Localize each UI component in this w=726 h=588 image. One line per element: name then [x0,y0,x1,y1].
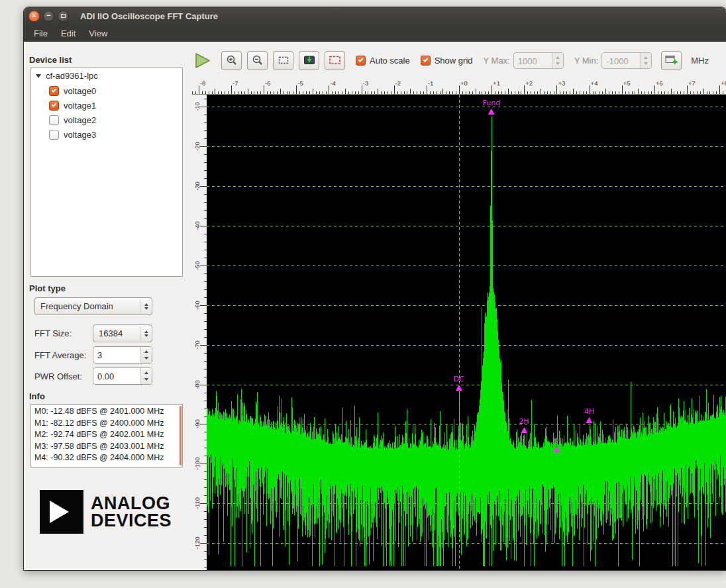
y-min-value: -1000 [602,53,640,68]
channel-row-voltage2[interactable]: voltage2 [31,113,182,127]
marker-info-line: M4: -90.32 dBFS @ 2404.000 MHz [34,452,177,464]
plot-area[interactable]: FundDC2H3H4H [207,95,726,570]
fft-canvas[interactable] [207,95,726,570]
channel-label: voltage1 [64,101,96,111]
capture-play-button[interactable] [193,52,211,70]
marker-info-line: M2: -92.74 dBFS @ 2402.001 MHz [34,429,177,441]
adi-logo-line1: ANALOG [91,495,172,512]
channel-voltage2-checkbox[interactable] [49,115,59,125]
device-list-label: Device list [29,55,183,65]
channel-list: voltage0voltage1voltage2voltage3 [31,83,182,142]
unit-label: MHz [691,56,709,66]
y-max-value: 1000 [514,53,552,68]
y-min-label: Y Min: [574,56,599,66]
show-grid-checkbox[interactable]: Show grid [421,56,473,66]
fft-size-label: FFT Size: [34,328,93,338]
plot-type-value: Frequency Domain [40,301,136,311]
close-button[interactable]: × [28,11,40,22]
combo-arrows-icon [140,327,152,340]
adi-triangle-icon [40,490,83,534]
minimize-icon: − [46,12,50,19]
plot-type-label: Plot type [29,283,183,293]
plot-toolbar: Auto scale Show grid Y Max: 1000 Y Min: … [192,42,726,79]
window-title: ADI IIO Oscilloscope FFT Capture [80,11,218,21]
channel-row-voltage0[interactable]: voltage0 [31,83,182,98]
play-icon [193,52,211,70]
marker-info-line: M3: -97.58 dBFS @ 2403.001 MHz [34,441,177,453]
desktop: × − ADI IIO Oscilloscope FFT Capture Fil… [0,0,726,588]
auto-scale-label: Auto scale [370,56,410,66]
marker-info-line: M1: -82.12 dBFS @ 2400.000 MHz [34,418,177,430]
menu-edit[interactable]: Edit [55,26,81,41]
maximize-icon [61,14,66,18]
marker-info-line: M0: -12.48 dBFS @ 2401.000 MHz [34,406,177,418]
checkbox-checked-icon[interactable] [356,56,366,66]
maximize-button[interactable] [58,11,69,22]
app-window: × − ADI IIO Oscilloscope FFT Capture Fil… [23,7,726,571]
zoom-in-button[interactable] [221,51,242,70]
y-ruler: -10-20-30-40-50-60-70-80-90-100-110-120 [192,95,207,570]
zoom-in-icon [226,54,238,66]
pwr-offset-label: PWR Offset: [34,371,93,381]
fft-average-spinbox[interactable]: 3 [93,346,152,364]
combo-arrows-icon [140,300,152,313]
device-root-row[interactable]: cf-ad9361-lpc [31,68,182,83]
pwr-offset-spinbox[interactable]: 0.00 [93,368,152,385]
marker-info-lines: M0: -12.48 dBFS @ 2401.000 MHzM1: -82.12… [34,406,177,464]
minimize-button[interactable]: − [43,11,54,22]
pwr-offset-value: 0.00 [93,368,140,384]
expander-icon[interactable] [36,74,41,78]
y-max-label: Y Max: [484,56,510,66]
device-tree: cf-ad9361-lpc voltage0voltage1voltage2vo… [30,68,183,277]
fft-average-label: FFT Average: [34,350,93,360]
fft-average-value: 3 [93,347,140,363]
channel-label: voltage0 [64,86,96,96]
x-ruler: -8-7-6-5-4-3-2-1+0+1+2+3+4+5+6+7+8 [192,79,726,95]
plot-type-combo[interactable]: Frequency Domain [34,297,152,315]
adi-logo-line2: DEVICES [91,512,172,529]
spin-arrows-icon[interactable] [140,368,152,384]
adi-logo-text: ANALOG DEVICES [91,495,172,529]
sidebar: Device list cf-ad9361-lpc voltage0voltag… [24,42,192,570]
spin-arrows-icon [640,53,651,68]
zoom-out-button[interactable] [247,51,268,70]
titlebar: × − ADI IIO Oscilloscope FFT Capture [24,7,726,24]
zoom-fit-icon [278,54,289,66]
channel-voltage0-checkbox[interactable] [49,86,59,96]
channel-voltage1-checkbox[interactable] [49,101,59,111]
device-name: cf-ad9361-lpc [46,71,98,81]
save-capture-button[interactable] [299,51,319,70]
info-label: Info [29,391,183,401]
channel-voltage3-checkbox[interactable] [49,130,59,140]
fft-size-value: 16384 [99,328,136,338]
fullscreen-icon [329,54,341,66]
zoom-out-icon [252,54,264,66]
menu-view[interactable]: View [83,26,113,41]
show-grid-label: Show grid [435,56,473,66]
channel-label: voltage2 [64,115,96,125]
adi-logo: ANALOG DEVICES [40,490,183,534]
fft-size-combo[interactable]: 16384 [93,324,152,342]
spin-arrows-icon [552,53,563,68]
scrollbar[interactable] [180,406,182,466]
channel-row-voltage1[interactable]: voltage1 [31,98,182,113]
menu-file[interactable]: File [28,26,54,41]
new-plot-button[interactable] [661,51,682,70]
menubar: File Edit View [24,24,726,42]
channel-label: voltage3 [64,130,96,140]
y-max-spinbox[interactable]: 1000 [513,52,564,69]
fullscreen-button[interactable] [325,51,345,70]
marker-info-box[interactable]: M0: -12.48 dBFS @ 2401.000 MHzM1: -82.12… [30,404,183,467]
spin-arrows-icon[interactable] [140,347,152,363]
checkbox-checked-icon[interactable] [421,56,431,66]
zoom-fit-button[interactable] [273,51,293,70]
channel-row-voltage3[interactable]: voltage3 [31,127,182,142]
plot-panel: Auto scale Show grid Y Max: 1000 Y Min: … [192,42,726,570]
y-min-spinbox[interactable]: -1000 [601,52,652,69]
auto-scale-checkbox[interactable]: Auto scale [356,56,410,66]
new-plot-window-icon [665,54,678,66]
close-icon: × [32,12,36,19]
screenshot-icon [303,54,315,66]
